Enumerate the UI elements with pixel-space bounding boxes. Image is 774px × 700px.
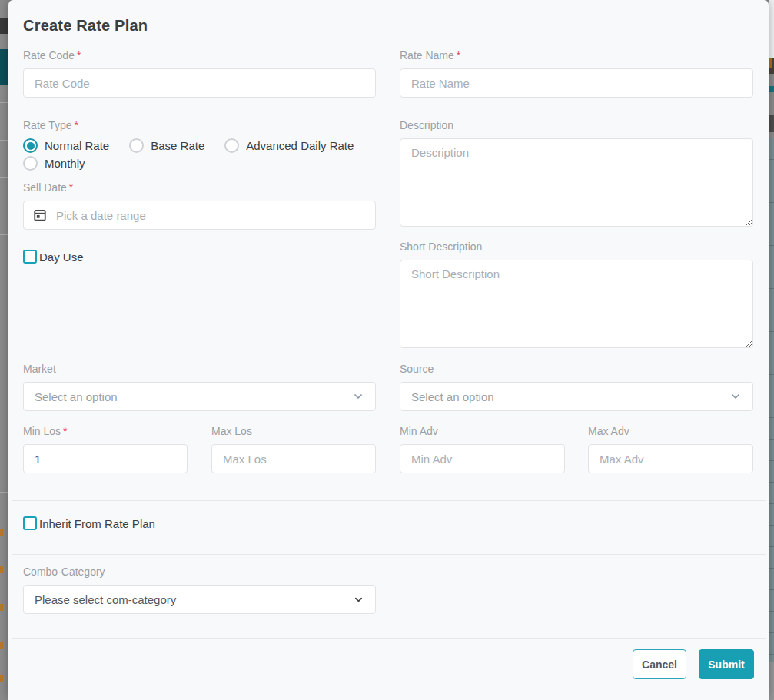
radio-base-rate[interactable]: Base Rate bbox=[129, 138, 204, 153]
min-los-label-text: Min Los bbox=[23, 425, 61, 437]
source-field-group: Source Select an option bbox=[400, 362, 753, 411]
min-adv-field-group: Min Adv bbox=[400, 424, 565, 473]
min-los-field-group: Min Los* bbox=[23, 424, 188, 473]
description-label: Description bbox=[400, 118, 753, 133]
background-fragment bbox=[0, 102, 8, 103]
day-use-label: Day Use bbox=[39, 250, 84, 264]
rate-type-label-text: Rate Type bbox=[23, 119, 72, 131]
rate-name-label-text: Rate Name bbox=[400, 49, 454, 61]
background-fragment bbox=[0, 642, 3, 649]
cancel-button[interactable]: Cancel bbox=[633, 649, 686, 679]
radio-label: Base Rate bbox=[151, 139, 204, 152]
inherit-from-rate-plan-checkbox[interactable]: Inherit From Rate Plan bbox=[23, 516, 155, 530]
background-fragment bbox=[0, 566, 3, 573]
combo-category-field-group: Combo-Category Please select com-categor… bbox=[23, 565, 376, 614]
rate-code-label-text: Rate Code bbox=[23, 49, 75, 61]
background-fragment bbox=[769, 138, 774, 662]
radio-normal-rate[interactable]: Normal Rate bbox=[23, 138, 109, 153]
description-field-group: Description bbox=[400, 118, 753, 230]
background-fragment bbox=[769, 58, 772, 68]
required-asterisk: * bbox=[77, 49, 81, 61]
day-use-checkbox[interactable]: Day Use bbox=[23, 250, 84, 264]
create-rate-plan-modal: Create Rate Plan Rate Code* Rate Name* R… bbox=[8, 0, 769, 700]
source-select[interactable]: Select an option bbox=[400, 382, 753, 411]
modal-title: Create Rate Plan bbox=[23, 17, 148, 35]
radio-monthly[interactable]: Monthly bbox=[23, 156, 85, 171]
radio-label: Monthly bbox=[45, 157, 85, 170]
section-divider bbox=[12, 554, 766, 555]
min-adv-label: Min Adv bbox=[400, 424, 565, 439]
background-fragment bbox=[0, 234, 8, 235]
combo-category-label: Combo-Category bbox=[23, 565, 376, 579]
inherit-from-rate-plan-label: Inherit From Rate Plan bbox=[39, 517, 155, 530]
background-fragment bbox=[0, 177, 8, 178]
rate-name-input[interactable] bbox=[400, 68, 753, 98]
rate-code-field-group: Rate Code* bbox=[23, 48, 376, 98]
market-label: Market bbox=[23, 362, 376, 377]
required-asterisk: * bbox=[75, 119, 78, 131]
min-los-input[interactable] bbox=[23, 444, 188, 473]
source-label: Source bbox=[400, 362, 753, 377]
checkbox-unchecked-icon bbox=[23, 516, 37, 530]
max-adv-field-group: Max Adv bbox=[588, 424, 753, 473]
sell-date-picker bbox=[23, 201, 376, 230]
combo-category-select[interactable]: Please select com-category bbox=[23, 585, 376, 614]
radio-unselected-icon bbox=[129, 138, 144, 153]
chevron-down-icon bbox=[729, 390, 742, 403]
submit-button[interactable]: Submit bbox=[699, 649, 754, 679]
checkbox-unchecked-icon bbox=[23, 250, 37, 264]
background-fragment bbox=[769, 115, 774, 132]
short-description-textarea[interactable] bbox=[400, 260, 753, 348]
required-asterisk: * bbox=[457, 49, 460, 61]
background-fragment bbox=[0, 675, 3, 682]
sell-date-label: Sell Date* bbox=[23, 181, 376, 195]
rate-code-input[interactable] bbox=[23, 68, 376, 98]
radio-label: Normal Rate bbox=[45, 139, 109, 152]
calendar-icon bbox=[33, 208, 47, 222]
rate-type-label: Rate Type* bbox=[23, 118, 376, 133]
source-select-value: Select an option bbox=[411, 390, 494, 403]
required-asterisk: * bbox=[63, 425, 67, 437]
market-select-value: Select an option bbox=[35, 390, 118, 403]
max-los-label: Max Los bbox=[211, 424, 376, 439]
radio-advanced-daily-rate[interactable]: Advanced Daily Rate bbox=[224, 138, 354, 153]
sell-date-field-group: Sell Date* bbox=[23, 181, 376, 230]
background-fragment bbox=[769, 662, 774, 700]
short-description-field-group: Short Description bbox=[400, 240, 753, 351]
combo-category-select-value: Please select com-category bbox=[35, 593, 176, 606]
chevron-down-icon bbox=[352, 390, 364, 403]
sell-date-input[interactable] bbox=[23, 201, 376, 230]
rate-type-radio-row-2: Monthly bbox=[23, 156, 376, 171]
background-fragment bbox=[769, 86, 774, 92]
required-asterisk: * bbox=[69, 181, 73, 194]
background-fragment bbox=[0, 300, 8, 300]
max-adv-input[interactable] bbox=[588, 444, 753, 473]
market-select[interactable]: Select an option bbox=[23, 382, 376, 411]
description-textarea[interactable] bbox=[400, 138, 753, 227]
max-los-input[interactable] bbox=[211, 444, 376, 473]
background-left-strip bbox=[0, 0, 8, 700]
section-divider bbox=[12, 500, 766, 501]
footer-divider bbox=[12, 638, 766, 639]
radio-unselected-icon bbox=[224, 138, 239, 153]
radio-unselected-icon bbox=[23, 156, 38, 171]
min-adv-input[interactable] bbox=[400, 444, 565, 473]
chevron-down-icon bbox=[353, 594, 364, 605]
background-right-strip bbox=[769, 0, 774, 700]
background-fragment bbox=[0, 529, 3, 536]
background-fragment bbox=[769, 0, 774, 58]
radio-label: Advanced Daily Rate bbox=[246, 139, 354, 152]
short-description-label: Short Description bbox=[400, 240, 753, 254]
rate-code-label: Rate Code* bbox=[23, 48, 376, 63]
background-fragment bbox=[0, 49, 8, 85]
rate-name-field-group: Rate Name* bbox=[400, 48, 753, 98]
rate-name-label: Rate Name* bbox=[400, 48, 753, 63]
background-fragment bbox=[0, 140, 8, 141]
background-fragment bbox=[0, 604, 3, 611]
market-field-group: Market Select an option bbox=[23, 362, 376, 411]
radio-selected-icon bbox=[23, 138, 38, 153]
background-fragment bbox=[0, 492, 8, 493]
min-los-label: Min Los* bbox=[23, 424, 188, 439]
max-adv-label: Max Adv bbox=[588, 424, 753, 439]
rate-type-field-group: Rate Type* Normal Rate Base Rate Advance… bbox=[23, 118, 376, 171]
